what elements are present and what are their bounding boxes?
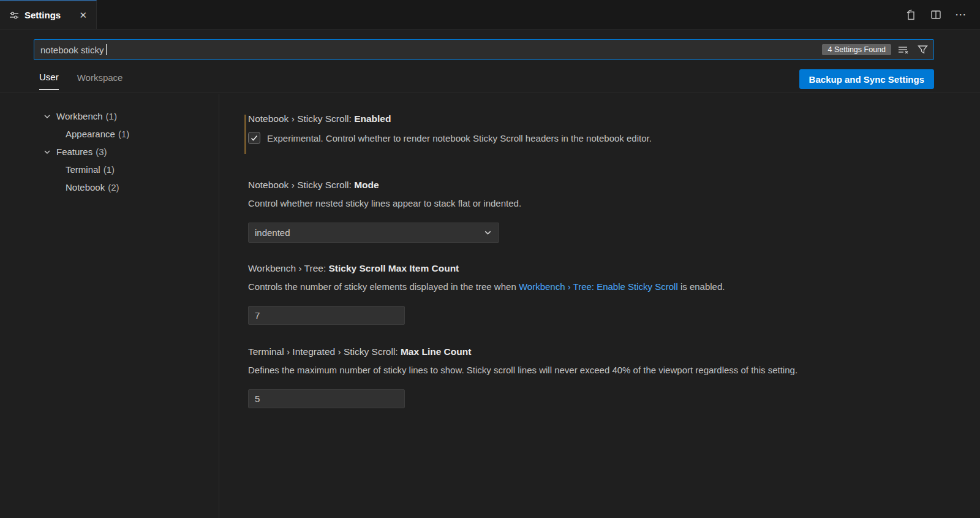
- settings-toc: Workbench (1) Appearance (1) Features (3…: [0, 94, 219, 518]
- setting-description: Defines the maximum number of sticky lin…: [248, 364, 797, 376]
- toc-count: (2): [108, 182, 119, 192]
- toc-item-notebook[interactable]: Notebook (2): [0, 178, 219, 196]
- toc-item-features[interactable]: Features (3): [0, 143, 219, 161]
- settings-search-input[interactable]: notebook sticky 4 Settings Found: [34, 39, 934, 60]
- scope-tabs: User Workspace: [39, 64, 123, 93]
- max-item-count-input[interactable]: [248, 306, 405, 325]
- checkbox-checked[interactable]: [248, 132, 260, 144]
- setting-title: Workbench › Tree: Sticky Scroll Max Item…: [248, 263, 725, 274]
- scope-tab-workspace[interactable]: Workspace: [77, 64, 123, 90]
- setting-description: Experimental. Control whether to render …: [267, 133, 652, 143]
- chevron-down-icon[interactable]: [43, 112, 53, 121]
- max-line-count-input[interactable]: [248, 389, 405, 408]
- toc-count: (1): [104, 164, 115, 175]
- setting-title: Notebook › Sticky Scroll: Enabled: [248, 113, 652, 124]
- toc-item-appearance[interactable]: Appearance (1): [0, 125, 219, 143]
- settings-search-row: notebook sticky 4 Settings Found: [34, 39, 934, 60]
- scope-tab-user[interactable]: User: [39, 64, 59, 90]
- filter-icon[interactable]: [916, 43, 930, 57]
- mode-select-dropdown[interactable]: indented: [248, 223, 499, 243]
- settings-sliders-icon: [9, 10, 19, 20]
- selected-value: indented: [255, 227, 483, 238]
- enable-sticky-scroll-link[interactable]: Workbench › Tree: Enable Sticky Scroll: [519, 281, 678, 292]
- split-editor-icon[interactable]: [928, 7, 944, 23]
- toc-count: (1): [118, 129, 129, 139]
- search-query-text: notebook sticky: [40, 45, 104, 55]
- toc-item-terminal[interactable]: Terminal (1): [0, 161, 219, 178]
- setting-terminal-sticky-scroll-max-line-count: Terminal › Integrated › Sticky Scroll: M…: [248, 346, 797, 408]
- setting-notebook-sticky-scroll-enabled: Notebook › Sticky Scroll: Enabled Experi…: [248, 113, 652, 144]
- chevron-down-icon: [483, 228, 492, 237]
- chevron-down-icon[interactable]: [43, 148, 53, 156]
- setting-title: Terminal › Integrated › Sticky Scroll: M…: [248, 346, 797, 357]
- editor-tab-bar: Settings ✕ ⋯: [0, 0, 980, 29]
- results-count-badge: 4 Settings Found: [822, 44, 891, 55]
- setting-description: Controls the number of sticky elements d…: [248, 281, 725, 293]
- close-tab-icon[interactable]: ✕: [77, 9, 89, 21]
- setting-tree-sticky-scroll-max-item-count: Workbench › Tree: Sticky Scroll Max Item…: [248, 263, 725, 325]
- settings-list: Notebook › Sticky Scroll: Enabled Experi…: [219, 94, 980, 518]
- backup-and-sync-settings-button[interactable]: Backup and Sync Settings: [799, 69, 934, 89]
- modified-indicator: [244, 115, 246, 154]
- settings-scope-header: User Workspace Backup and Sync Settings: [0, 64, 980, 93]
- setting-title: Notebook › Sticky Scroll: Mode: [248, 180, 521, 191]
- setting-description: Control whether nested sticky lines appe…: [248, 197, 521, 210]
- open-settings-json-icon[interactable]: [903, 7, 919, 23]
- toc-item-workbench[interactable]: Workbench (1): [0, 107, 219, 125]
- settings-body: Workbench (1) Appearance (1) Features (3…: [0, 94, 980, 518]
- toc-count: (3): [96, 147, 107, 157]
- toc-count: (1): [106, 111, 117, 121]
- text-caret: [106, 44, 107, 55]
- tab-settings[interactable]: Settings ✕: [0, 0, 97, 29]
- tab-title: Settings: [24, 10, 72, 20]
- clear-search-results-icon[interactable]: [896, 43, 911, 56]
- setting-notebook-sticky-scroll-mode: Notebook › Sticky Scroll: Mode Control w…: [248, 180, 521, 243]
- more-actions-icon[interactable]: ⋯: [952, 9, 969, 20]
- editor-actions: ⋯: [903, 0, 969, 29]
